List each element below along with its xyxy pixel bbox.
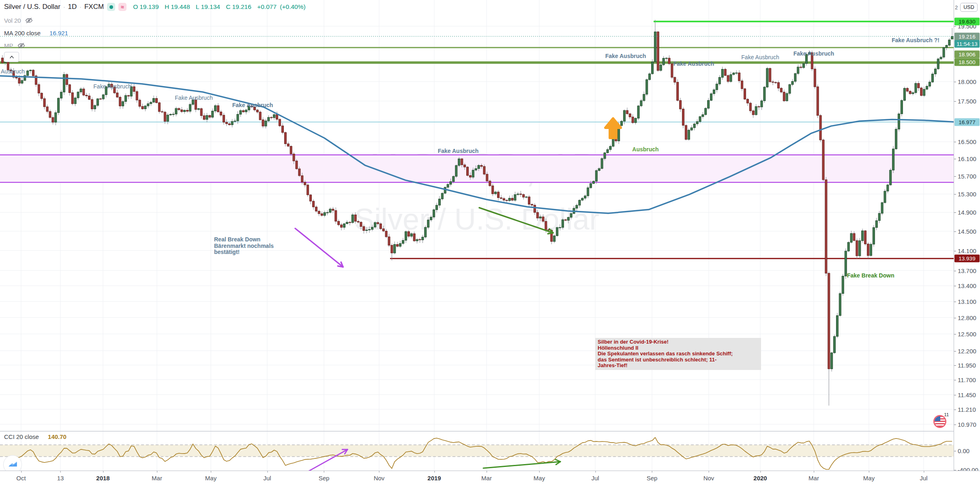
price-tick-label: 13.700 (958, 267, 976, 274)
timeframe-label[interactable]: 1D (68, 3, 77, 11)
status-dot-icon (109, 5, 113, 9)
time-axis-label: Jul (263, 475, 271, 482)
price-tick-label: 12.500 (958, 331, 976, 338)
chart-annotation-text: Ausbruch (632, 146, 658, 153)
change-percent: (+0.40%) (280, 3, 305, 10)
time-axis-label: 2019 (427, 475, 441, 482)
time-axis-label: Sep (647, 475, 658, 482)
cci-tick-label: 0.00 (958, 447, 969, 454)
exchange-label[interactable]: FXCM (84, 3, 104, 11)
price-tick-label: 14.100 (958, 247, 976, 254)
price-tick-label: 11.210 (958, 406, 976, 413)
chevron-up-icon (9, 54, 15, 60)
breakdown-note-line: bestätigt! (214, 249, 274, 256)
price-tick-label: 11.700 (958, 376, 976, 383)
chart-annotation-text: Fake Ausbruch (793, 50, 834, 57)
symbol-name[interactable]: Silver / U.S. Dollar (4, 3, 60, 11)
time-axis-label: Jul (591, 475, 599, 482)
price-tick-label: 11.450 (958, 391, 976, 398)
time-axis-label: Nov (374, 475, 385, 482)
eye-off-icon[interactable] (17, 42, 25, 49)
close-label: C (226, 3, 230, 10)
chart-annotation-text: Fake Ausbruch (93, 83, 131, 90)
indicator-ma-label[interactable]: MA 200 close (4, 30, 41, 37)
price-tick-label: 15.300 (958, 191, 976, 198)
open-value: 19.139 (139, 3, 159, 10)
price-tick-label: 15.700 (958, 173, 976, 180)
cci-indicator-value: 140.70 (48, 433, 66, 440)
breakdown-note-line: Real Break Down (214, 237, 274, 243)
economic-events-flag-icon[interactable]: 11 (933, 415, 946, 428)
covid-note-line: das Sentiment ist unbeschreiblich schlec… (598, 357, 759, 363)
chart-legend: Silver / U.S. Dollar · 1D · FXCM ≈ O19.1… (4, 2, 307, 51)
legend-separator: · (63, 4, 65, 10)
price-axis-partial-tick: 2 (955, 4, 958, 11)
legend-separator: · (79, 4, 81, 10)
currency-toggle-button[interactable]: USD (960, 3, 978, 12)
chart-annotation-text: Fake Ausbruch ?! (892, 37, 939, 43)
price-tick-label: 17.500 (958, 98, 976, 105)
time-axis-label: 2018 (96, 475, 109, 482)
delayed-data-icon[interactable]: ≈ (118, 3, 127, 11)
time-axis-label: Sep (319, 475, 330, 482)
time-axis-label: 13 (57, 475, 64, 482)
price-tick-label: 13.400 (958, 282, 976, 289)
chart-annotation-text: Fake Ausbruch (673, 60, 714, 67)
price-tick-label: 16.100 (958, 155, 976, 162)
tradingview-chart-window: XAGUSD, 1D Silver / U.S. Dollar Silver /… (0, 0, 980, 486)
covid-note-line: Höllenschlund II (598, 345, 759, 351)
eye-off-icon[interactable] (25, 17, 33, 24)
low-label: L (196, 3, 199, 10)
indicator-volume-label[interactable]: Vol 20 (4, 17, 21, 24)
price-label-chip: 16.977 (954, 118, 980, 126)
time-axis-label: Oct (16, 475, 26, 482)
indicator-ma-value: 16.921 (49, 30, 68, 37)
price-label-chip: 18.500 (954, 58, 980, 66)
ohlc-values: O19.139 H19.448 L19.134 C19.216 +0.077 (… (133, 3, 307, 11)
change-value: +0.077 (257, 3, 277, 10)
price-tick-label: 10.970 (958, 421, 976, 428)
chart-annotation-text: Fake Ausbruch (741, 54, 779, 60)
low-value: 19.134 (201, 3, 220, 10)
cci-legend: CCI 20 close 140.70 (4, 433, 66, 440)
time-axis-label: Mar (152, 475, 162, 482)
price-tick-label: 11.950 (958, 362, 976, 369)
chart-annotation-text: Fake Ausbruch (175, 95, 212, 101)
price-axis[interactable]: 2 USD ⚙ 19.50018.00017.50016.50016.10015… (954, 0, 980, 486)
time-axis-label: May (205, 475, 217, 482)
candlestick-series (2, 20, 953, 406)
time-axis-label: Jul (920, 475, 927, 482)
collapse-indicators-button[interactable] (4, 52, 19, 62)
time-axis-label: Nov (703, 475, 714, 482)
purple-breakdown-arrow (295, 228, 343, 267)
breakdown-note-line: Bärenmarkt nochmals (214, 243, 274, 249)
time-axis-label: May (534, 475, 545, 482)
price-tick-label: 18.000 (958, 78, 976, 85)
market-status-icon[interactable] (107, 3, 115, 11)
time-axis[interactable]: Oct132018MarMayJulSepNov2019MarMayJulSep… (0, 471, 980, 486)
chart-annotation-text: Fake Ausbruch (438, 148, 479, 154)
price-chart-canvas[interactable] (0, 0, 980, 486)
price-tick-label: 12.200 (958, 348, 976, 355)
price-label-chip: 19.630 (954, 18, 980, 26)
open-label: O (133, 3, 138, 10)
covid-note-line: Silber in der Covid-19-Krise! (598, 339, 759, 345)
price-tick-label: 13.100 (958, 298, 976, 305)
high-value: 19.448 (171, 3, 190, 10)
price-label-chip: 19.216 (954, 33, 980, 41)
high-label: H (165, 3, 169, 10)
covid-note-line: Die Spekulanten verlassen das rasch sink… (598, 351, 759, 357)
cci-green-arrow (483, 460, 560, 468)
price-label-chip: 11:54:13 (954, 40, 980, 48)
time-axis-label: May (863, 475, 875, 482)
time-axis-label: 2020 (753, 475, 767, 482)
events-count-badge: 11 (944, 412, 949, 417)
chart-annotation-text: Fake Break Down (847, 272, 894, 279)
chart-annotation-text: Fake Ausbruch (605, 53, 646, 59)
time-axis-label: Mar (481, 475, 492, 482)
price-tick-label: 14.500 (958, 228, 976, 235)
chart-annotation-text: Fake Ausbruch (232, 102, 273, 108)
covid-note-line: Jahres-Tief! (598, 363, 759, 369)
cci-indicator-label[interactable]: CCI 20 close (4, 433, 39, 440)
indicator-mp-label[interactable]: MP (4, 42, 13, 49)
